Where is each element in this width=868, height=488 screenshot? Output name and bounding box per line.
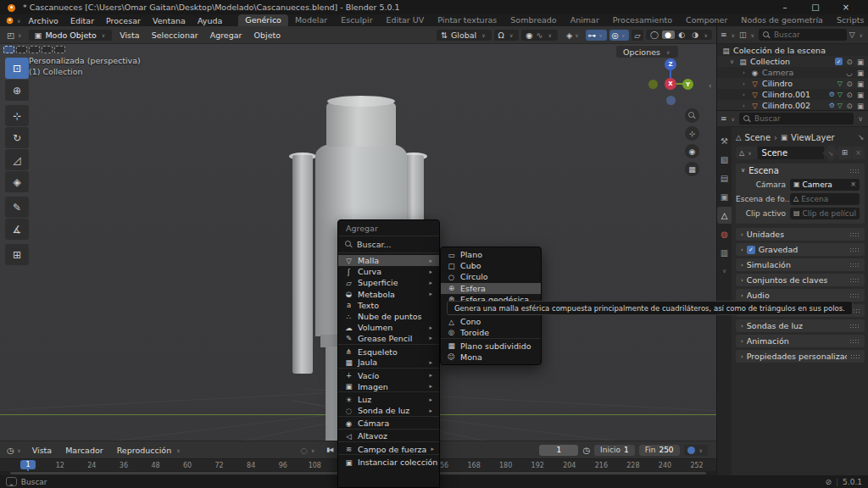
object-visibility-dropdown[interactable]: ◈ ∨ xyxy=(564,30,583,41)
tab-scripts[interactable]: Scripts xyxy=(830,14,868,26)
drag-handle-icon[interactable] xyxy=(849,339,860,343)
scene-name-field[interactable]: Scene xyxy=(758,147,824,159)
field-value[interactable]: △ Escena xyxy=(790,193,860,205)
submenu-item-esfera[interactable]: ⊕ Esfera xyxy=(441,283,541,294)
select-mode-circle[interactable] xyxy=(29,46,40,53)
blender-menu-icon[interactable] xyxy=(6,17,14,25)
section-audio[interactable]: › Audio xyxy=(736,289,865,302)
drag-handle-icon[interactable] xyxy=(850,354,860,358)
tab-componer[interactable]: Componer xyxy=(679,14,734,26)
menu-item-campo-de-fuerza[interactable]: ≋ Campo de fuerza ▸ xyxy=(338,444,439,455)
visibility-eye-icon[interactable]: ⊙ xyxy=(845,58,854,66)
outliner-row-collection[interactable]: ∨ ▤ Collection ✓ ⊙ ▣ xyxy=(717,56,868,67)
tab-render[interactable]: ▧ xyxy=(717,151,732,168)
section-propiedades-personalizadas[interactable]: › Propiedades personalizadas xyxy=(736,350,865,363)
section-sondas-de-luz[interactable]: › Sondas de luz xyxy=(736,319,865,332)
render-visibility-icon[interactable]: ▣ xyxy=(856,58,865,66)
maximize-button[interactable]: □ xyxy=(800,3,831,12)
render-visibility-icon[interactable]: ▣ xyxy=(856,69,865,77)
proportional-edit-dropdown[interactable]: ◉ ∿ ∨ xyxy=(521,30,558,41)
tool-add-cube[interactable]: ⊞ xyxy=(5,244,29,265)
menu-objeto[interactable]: Objeto xyxy=(248,30,287,40)
breadcrumb-viewlayer[interactable]: ViewLayer xyxy=(791,133,835,142)
ruler-tick[interactable]: 168 xyxy=(458,462,490,469)
menu-item-esqueleto[interactable]: ⋔ Esqueleto xyxy=(338,347,439,358)
submenu-item-mona[interactable]: ☺ Mona xyxy=(441,352,541,363)
minimize-button[interactable]: – xyxy=(770,3,800,12)
menu-ventana[interactable]: Ventana xyxy=(147,16,192,25)
tab-scene[interactable]: △ xyxy=(717,207,732,224)
properties-editor-icon[interactable]: ≡ xyxy=(721,114,727,123)
tool-annotate[interactable]: ✎ xyxy=(5,197,29,218)
jump-to-start-button[interactable]: ▮◀ xyxy=(323,446,336,453)
gizmo-z-axis[interactable]: Z xyxy=(665,58,676,70)
tab-generico[interactable]: Genérico xyxy=(238,14,288,26)
drag-handle-icon[interactable] xyxy=(849,232,860,236)
menu-procesar[interactable]: Procesar xyxy=(100,16,147,25)
mode-dropdown[interactable]: ▣ Modo Objeto ∨ xyxy=(29,30,112,41)
menu-item-instanciar-coleccion[interactable]: ▣ Instanciar colección ▸ xyxy=(338,457,439,468)
ruler-tick[interactable]: 84 xyxy=(235,462,267,469)
submenu-item-plano[interactable]: ▭ Plano xyxy=(441,249,541,260)
shading-solid-button[interactable]: ● xyxy=(662,30,675,39)
ruler-tick[interactable]: 72 xyxy=(203,462,236,469)
menu-item-camara[interactable]: ◉ Cámara xyxy=(338,419,439,430)
tab-world[interactable]: ◍ xyxy=(717,225,732,242)
drag-handle-icon[interactable] xyxy=(849,263,860,267)
shading-wireframe-button[interactable]: ◯ xyxy=(648,30,661,39)
drag-handle-icon[interactable] xyxy=(849,278,860,282)
menu-item-jaula[interactable]: ▦ Jaula ▸ xyxy=(338,358,439,369)
outliner-row-cilindro[interactable]: › ▽ Cilindro ▽ ⊙ ▣ xyxy=(717,78,868,89)
field-value[interactable]: ▣ Camera × xyxy=(790,179,860,191)
render-visibility-icon[interactable]: ▣ xyxy=(856,91,865,99)
scene-type-dropdown[interactable]: △ ∨ xyxy=(736,147,757,159)
zoom-button[interactable] xyxy=(685,108,699,123)
escena-panel-header[interactable]: ∨ Escena xyxy=(736,164,865,177)
submenu-item-cubo[interactable]: □ Cubo xyxy=(441,260,541,271)
frame-end-field[interactable]: Fin 250 xyxy=(639,445,680,456)
ruler-tick[interactable]: 180 xyxy=(490,462,522,469)
expand-icon[interactable]: › xyxy=(740,80,748,87)
chevron-down-icon[interactable]: ∨ xyxy=(858,115,863,123)
select-mode-paint[interactable] xyxy=(54,46,65,53)
tab-tool[interactable]: ⚒ xyxy=(717,132,732,149)
tab-pintar-texturas[interactable]: Pintar texturas xyxy=(431,14,504,26)
gizmo-y-axis[interactable]: Y xyxy=(682,79,693,90)
xray-toggle[interactable]: ▱ xyxy=(632,30,643,41)
tab-procesamiento[interactable]: Procesamiento xyxy=(606,14,679,26)
submenu-item-plano-subdividido[interactable]: ▦ Plano subdividido xyxy=(441,341,541,352)
render-visibility-icon[interactable]: ▣ xyxy=(856,102,865,110)
auto-keyframe-toggle[interactable]: ◌ ∨ xyxy=(301,446,317,455)
expand-icon[interactable]: › xyxy=(740,103,748,109)
outliner-row-cilindro-002[interactable]: › ▽ Cilindro.002 ⚙ ▽ ⊙ ▣ xyxy=(717,100,868,110)
menu-seleccionar[interactable]: Seleccionar xyxy=(146,30,204,40)
navigation-gizmo[interactable]: Z X Y xyxy=(643,58,702,112)
ruler-tick[interactable]: 228 xyxy=(617,462,649,469)
menu-agregar[interactable]: Agregar xyxy=(204,30,248,40)
tab-esculpir[interactable]: Esculpir xyxy=(334,14,379,26)
snapping-dropdown[interactable]: Ω ∨ xyxy=(494,30,520,41)
tab-output[interactable]: ▤ xyxy=(717,169,732,186)
shading-rendered-button[interactable]: ◑ xyxy=(689,30,702,39)
drag-handle-icon[interactable] xyxy=(849,247,860,252)
ruler-tick[interactable]: 24 xyxy=(76,462,108,469)
expand-icon[interactable]: ∨ xyxy=(728,58,736,65)
menu-item-malla[interactable]: ▽ Malla ▸ xyxy=(338,255,439,266)
tool-cursor[interactable]: ⊕ xyxy=(5,80,29,101)
section-animacion[interactable]: › Animación xyxy=(736,335,865,347)
ruler-tick[interactable]: 252 xyxy=(681,462,713,469)
menu-archivo[interactable]: Archivo xyxy=(22,16,64,25)
menu-vista[interactable]: Vista xyxy=(114,30,145,40)
menu-reproduccion[interactable]: Reproducción ∨ xyxy=(110,446,189,455)
visibility-eye-icon[interactable]: ⊙ xyxy=(845,102,854,110)
menu-item-nube-de-puntos[interactable]: ∴ Nube de puntos xyxy=(338,311,439,322)
options-button[interactable]: Opciones ∨ xyxy=(616,46,678,58)
clear-icon[interactable]: × xyxy=(850,180,856,188)
ruler-tick[interactable]: 12 xyxy=(44,462,76,469)
outliner-row-scene-collection[interactable]: ▤ Colección de la escena xyxy=(717,45,868,56)
perspective-toggle-button[interactable]: ▦ xyxy=(685,162,699,176)
ruler-tick[interactable]: 48 xyxy=(140,462,172,469)
timeline-editor-dropdown[interactable]: ◷ ∨ xyxy=(4,446,25,455)
tab-editar-uv[interactable]: Editar UV xyxy=(380,14,431,26)
breadcrumb-scene[interactable]: Scene xyxy=(745,133,771,142)
